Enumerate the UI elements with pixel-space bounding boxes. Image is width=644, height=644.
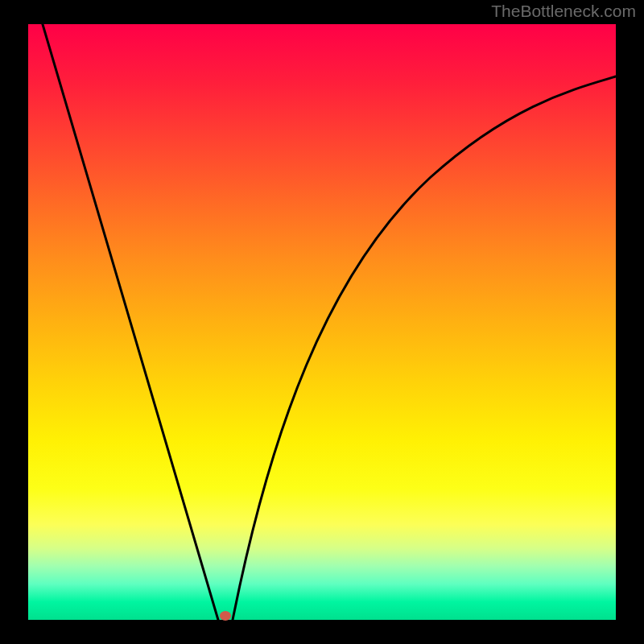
bottleneck-curve — [28, 24, 616, 620]
watermark-text: TheBottleneck.com — [491, 2, 636, 21]
minimum-marker — [220, 611, 231, 621]
chart-plot-area — [28, 24, 616, 620]
curve-path — [38, 24, 616, 620]
